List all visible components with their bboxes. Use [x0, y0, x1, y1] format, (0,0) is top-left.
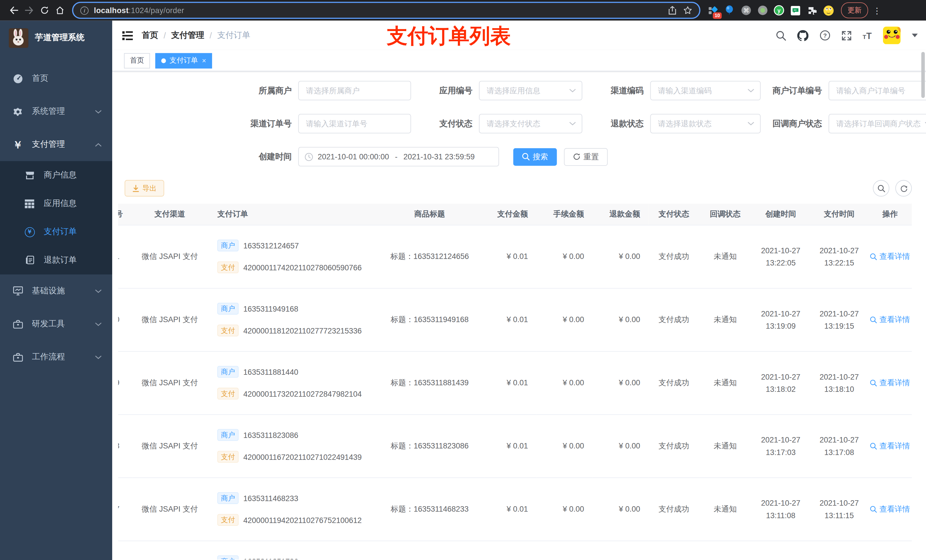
created-time: 13:17:03: [751, 446, 810, 459]
avatar[interactable]: [883, 26, 901, 44]
app-select[interactable]: 请选择应用信息: [479, 81, 582, 100]
create-time-range[interactable]: 2021-10-01 00:00:00 - 2021-10-31 23:59:5…: [298, 147, 499, 166]
extension-grey-green-icon[interactable]: [757, 5, 768, 16]
view-detail-link[interactable]: 查看详情: [870, 504, 910, 514]
filter-label: 所属商户: [239, 85, 298, 96]
search-button[interactable]: 搜索: [513, 148, 557, 166]
paid-time: 13:11:15: [810, 509, 868, 522]
sidebar-item-system[interactable]: 系统管理: [0, 95, 112, 128]
cell-title: 标题：1635311823086: [375, 414, 484, 477]
select-placeholder: 请选择订单回调商户状态: [836, 118, 925, 129]
extension-emoji-icon[interactable]: [823, 5, 834, 16]
sidebar-item-pay-order[interactable]: ￥ 支付订单: [0, 218, 112, 246]
reload-icon[interactable]: [37, 3, 52, 18]
app-title: 芋道管理系统: [35, 32, 84, 43]
table-row: 17 微信 JSAPI 支付 商户 1635311468233: [118, 477, 912, 540]
sidebar-fold-icon[interactable]: [122, 31, 133, 40]
breadcrumb-payment[interactable]: 支付管理: [171, 30, 204, 41]
reset-button[interactable]: 重置: [564, 148, 608, 166]
cell-fee: ¥ 0.00: [536, 414, 592, 477]
extension-blue-diamond-icon[interactable]: 10: [708, 5, 718, 16]
search-icon: [870, 316, 877, 323]
filter-label: 回调商户状态: [764, 118, 829, 129]
cell-id: 19: [118, 351, 133, 414]
chevron-down-icon: [569, 122, 576, 126]
sidebar-item-payment[interactable]: ￥ 支付管理: [0, 128, 112, 161]
chevron-down-icon: [569, 89, 576, 93]
cell-id: 17: [118, 477, 133, 540]
sidebar-item-label: 支付管理: [32, 139, 65, 150]
share-icon[interactable]: [669, 6, 676, 15]
cell-order: 商户 1635311468233 支付 42000011942021102767…: [207, 477, 375, 540]
forward-icon[interactable]: [21, 3, 37, 18]
sidebar-item-merchant-info[interactable]: 商户信息: [0, 161, 112, 190]
sidebar-item-label: 应用信息: [44, 198, 77, 209]
pay-status-select[interactable]: 请选择支付状态: [479, 114, 582, 133]
view-detail-link[interactable]: 查看详情: [870, 251, 910, 261]
sidebar-item-home[interactable]: 首页: [0, 62, 112, 95]
cell-channel: 微信 JSAPI 支付: [133, 477, 207, 540]
sidebar-logo-row[interactable]: 芋道管理系统: [0, 21, 112, 55]
table-row: 20 微信 JSAPI 支付 商户 1635311949168: [118, 288, 912, 351]
briefcase-icon: [12, 353, 23, 361]
chevron-down-icon: [95, 110, 101, 114]
merchant-order-no-input[interactable]: [829, 81, 926, 100]
url-bar[interactable]: i localhost:1024/pay/order: [72, 2, 701, 19]
refresh-table-button[interactable]: [895, 180, 912, 197]
browser-menu-icon[interactable]: ⋮: [873, 6, 881, 15]
search-icon: [870, 442, 877, 449]
view-detail-link[interactable]: 查看详情: [870, 377, 910, 388]
github-icon[interactable]: [797, 30, 808, 41]
view-detail-link[interactable]: 查看详情: [870, 441, 910, 451]
sidebar-item-app-info[interactable]: 应用信息: [0, 190, 112, 218]
site-info-icon[interactable]: i: [80, 6, 89, 15]
paid-date: 2021-10-27: [810, 244, 868, 257]
export-button[interactable]: 导出: [125, 180, 164, 197]
window-scrollbar[interactable]: [921, 52, 924, 98]
view-detail-link[interactable]: 查看详情: [870, 314, 910, 325]
extension-chat-icon[interactable]: [790, 5, 801, 16]
tag-home[interactable]: 首页: [124, 53, 150, 68]
merchant-order-no: 1635311823086: [243, 430, 298, 439]
channel-code-select[interactable]: 请输入渠道编码: [650, 81, 761, 100]
cell-channel: 微信 JSAPI 支付: [133, 288, 207, 351]
breadcrumb-home[interactable]: 首页: [142, 30, 158, 41]
cell-amount: ¥ 0.01: [484, 477, 536, 540]
sidebar-item-label: 基础设施: [32, 286, 65, 296]
sidebar-item-infra[interactable]: 基础设施: [0, 274, 112, 307]
browser-update-button[interactable]: 更新: [841, 2, 868, 18]
refund-status-select[interactable]: 请选择退款状态: [650, 114, 761, 133]
svg-text:y: y: [777, 8, 781, 14]
sidebar-item-label: 支付订单: [44, 226, 77, 237]
col-created: 创建时间: [751, 204, 810, 225]
tag-pay-order[interactable]: 支付订单 ×: [155, 53, 212, 68]
sidebar-item-workflow[interactable]: 工作流程: [0, 341, 112, 374]
cell-channel: [133, 540, 207, 559]
hide-search-button[interactable]: [873, 180, 889, 197]
help-icon[interactable]: ?: [820, 30, 830, 41]
avatar-caret-icon[interactable]: [912, 33, 918, 37]
close-icon[interactable]: ×: [202, 56, 206, 65]
extension-y-icon[interactable]: y: [774, 5, 784, 16]
cell-paid: 2021-10-27 13:18:10: [810, 351, 868, 414]
search-icon[interactable]: [776, 30, 786, 41]
home-icon[interactable]: [52, 3, 68, 18]
extension-balloon-icon[interactable]: [724, 5, 735, 16]
sidebar-item-refund-order[interactable]: 退款订单: [0, 246, 112, 275]
cell-fee: ¥ 0.00: [536, 225, 592, 288]
merchant-input[interactable]: [298, 81, 411, 100]
cell-order: 商户 1635312124657 支付 42000011742021102780…: [207, 225, 375, 288]
extension-puzzle-icon[interactable]: [807, 5, 817, 16]
fullscreen-icon[interactable]: [841, 30, 851, 41]
channel-order-no-input[interactable]: [298, 114, 411, 133]
back-icon[interactable]: [6, 3, 21, 18]
sidebar-submenu-payment: 商户信息 应用信息 ￥ 支付订单: [0, 161, 112, 274]
extension-command-icon[interactable]: ⌘: [741, 5, 751, 16]
bookmark-star-icon[interactable]: [683, 6, 692, 15]
cell-amount: ¥ 0.01: [484, 225, 536, 288]
svg-text:⌘: ⌘: [743, 7, 749, 14]
svg-text:?: ?: [823, 32, 827, 39]
sidebar-item-devtools[interactable]: 研发工具: [0, 308, 112, 341]
font-size-icon[interactable]: TT: [863, 31, 872, 40]
notify-status-select[interactable]: 请选择订单回调商户状态: [829, 114, 926, 133]
